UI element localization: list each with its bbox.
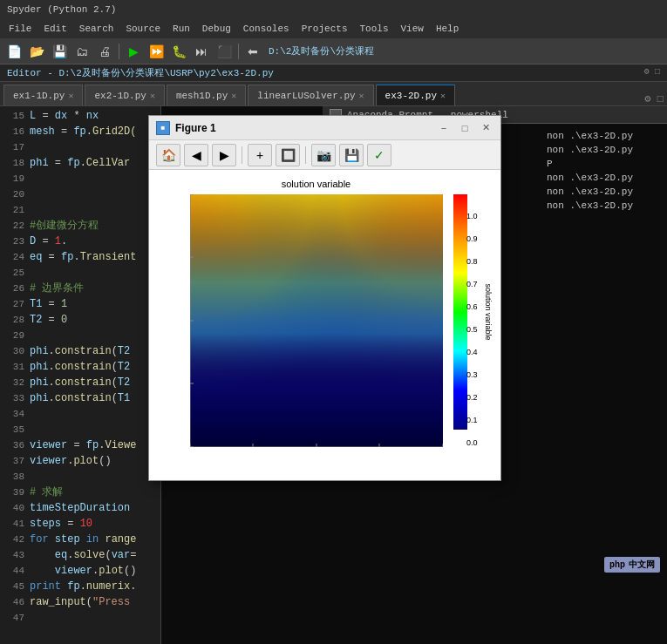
editor-line-21: 21 <box>0 202 160 218</box>
fig-home-btn[interactable]: 🏠 <box>156 144 180 166</box>
editor-line-45: 45 print fp.numerix. <box>0 579 160 594</box>
menu-run[interactable]: Run <box>167 22 195 36</box>
tab-ex2[interactable]: ex2-1D.py ✕ <box>85 85 164 105</box>
tab-bar: ex1-1D.py ✕ ex2-1D.py ✕ mesh1D.py ✕ line… <box>0 82 667 106</box>
figure-title-icon: ■ <box>156 121 170 135</box>
save-all-btn[interactable]: 🗂 <box>71 41 92 62</box>
editor-pane[interactable]: 15 L = dx * nx 16 mesh = fp.Grid2D( 17 1… <box>0 106 161 644</box>
editor-line-23: 23 D = 1. <box>0 234 160 249</box>
editor-line-36: 36 viewer = fp.Viewe <box>0 437 160 453</box>
fig-screenshot-btn[interactable]: 📷 <box>311 144 336 166</box>
save-btn[interactable]: 💾 <box>49 41 70 62</box>
cb-label-0.3: 0.3 <box>466 370 478 379</box>
php-suffix: 中文网 <box>629 559 655 571</box>
tab-mesh1d-label: mesh1D.py <box>176 91 228 101</box>
plot-canvas: solution variable <box>164 177 487 473</box>
cb-label-0.8: 0.8 <box>466 257 478 266</box>
panel-controls: ⚙ □ <box>644 66 660 77</box>
cb-label-0.9: 0.9 <box>466 234 478 243</box>
tab-settings-icon[interactable]: ⚙ □ <box>644 92 664 105</box>
tab-ex3-label: ex3-2D.py <box>385 91 437 101</box>
editor-line-26: 26 # 边界条件 <box>0 281 160 296</box>
editor-line-19: 19 <box>0 171 160 186</box>
php-badge: php 中文网 <box>604 557 660 573</box>
figure-maximize-btn[interactable]: □ <box>457 120 473 136</box>
editor-line-32: 32 phi.constrain(T2 <box>0 375 160 390</box>
editor-line-43: 43 eq.solve(var= <box>0 547 160 563</box>
step-btn[interactable]: ⏭ <box>191 41 212 62</box>
plot-title: solution variable <box>190 179 443 189</box>
heatmap-svg: 0 5 10 15 20 0 5 10 15 20 <box>190 194 443 447</box>
colorbar-labels: 1.0 0.9 0.8 0.7 0.6 0.5 0.4 0.3 0.2 0.1 … <box>466 212 478 447</box>
rpath-7: P <box>547 157 660 171</box>
colorbar-title: solution variable <box>484 283 493 340</box>
editor-line-29: 29 <box>0 328 160 343</box>
editor-line-40: 40 timeStepDuration <box>0 500 160 516</box>
plot-area: solution variable <box>149 170 500 480</box>
debug-btn[interactable]: 🐛 <box>168 41 189 62</box>
figure-close-btn[interactable]: ✕ <box>478 120 493 136</box>
print-btn[interactable]: 🖨 <box>94 41 115 62</box>
rpath-5: non .\ex3-2D.py <box>547 143 660 157</box>
tab-linear-close[interactable]: ✕ <box>359 91 364 101</box>
tab-ex3-close[interactable]: ✕ <box>440 91 446 101</box>
fig-sep-1 <box>242 146 242 164</box>
colorbar <box>453 194 467 430</box>
rpath-8: non .\ex3-2D.py <box>547 171 660 185</box>
php-label: php <box>609 560 625 570</box>
menu-tools[interactable]: Tools <box>354 22 393 36</box>
fig-check-btn[interactable]: ✓ <box>367 144 391 166</box>
tab-ex2-close[interactable]: ✕ <box>150 91 155 101</box>
menu-bar: File Edit Search Source Run Debug Consol… <box>0 19 667 38</box>
run-btn[interactable]: ▶ <box>123 41 144 62</box>
tab-linear-label: linearLUSolver.py <box>257 91 355 101</box>
figure-title-text: Figure 1 <box>175 122 431 134</box>
fig-forward-btn[interactable]: ▶ <box>212 144 236 166</box>
menu-view[interactable]: View <box>396 22 429 36</box>
path-display: D:\2及时备份\分类课程 <box>265 44 378 58</box>
menu-search[interactable]: Search <box>74 22 119 36</box>
editor-line-18: 18 phi = fp.CellVar <box>0 155 160 171</box>
main-area: 15 L = dx * nx 16 mesh = fp.Grid2D( 17 1… <box>0 106 667 644</box>
figure-minimize-btn[interactable]: − <box>436 120 452 136</box>
back-btn[interactable]: ⬅ <box>242 41 263 62</box>
stop-btn[interactable]: ⬛ <box>214 41 235 62</box>
menu-file[interactable]: File <box>3 22 37 36</box>
editor-line-34: 34 <box>0 406 160 422</box>
fig-zoom-btn[interactable]: 🔲 <box>276 144 300 166</box>
cb-label-0.2: 0.2 <box>466 393 478 402</box>
tab-mesh1d-close[interactable]: ✕ <box>231 91 236 101</box>
figure-window: ■ Figure 1 − □ ✕ 🏠 ◀ ▶ + 🔲 📷 💾 ✓ solutio… <box>148 115 501 481</box>
editor-line-22: 22 #创建微分方程 <box>0 218 160 234</box>
menu-consoles[interactable]: Consoles <box>238 22 295 36</box>
editor-line-15: 15 L = dx * nx <box>0 108 160 124</box>
editor-line-37: 37 viewer.plot() <box>0 453 160 469</box>
tab-ex3[interactable]: ex3-2D.py ✕ <box>376 85 455 105</box>
menu-help[interactable]: Help <box>431 22 464 36</box>
editor-line-41: 41 steps = 10 <box>0 516 160 532</box>
fig-plus-btn[interactable]: + <box>248 144 272 166</box>
tab-ex1[interactable]: ex1-1D.py ✕ <box>3 85 83 105</box>
new-file-btn[interactable]: 📄 <box>3 41 24 62</box>
figure-title-bar: ■ Figure 1 − □ ✕ <box>149 116 500 140</box>
fig-back-btn[interactable]: ◀ <box>184 144 208 166</box>
figure-toolbar: 🏠 ◀ ▶ + 🔲 📷 💾 ✓ <box>149 140 500 170</box>
editor-line-44: 44 viewer.plot() <box>0 563 160 579</box>
open-btn[interactable]: 📂 <box>26 41 47 62</box>
cb-label-0.4: 0.4 <box>466 348 478 356</box>
menu-edit[interactable]: Edit <box>38 22 71 36</box>
menu-projects[interactable]: Projects <box>296 22 353 36</box>
cb-label-0.1: 0.1 <box>466 416 478 424</box>
menu-debug[interactable]: Debug <box>197 22 236 36</box>
menu-source[interactable]: Source <box>120 22 166 36</box>
rpath-14: non .\ex3-2D.py <box>547 199 660 213</box>
run-file-btn[interactable]: ⏩ <box>146 41 167 62</box>
tab-ex2-label: ex2-1D.py <box>94 91 146 101</box>
fig-save-btn[interactable]: 💾 <box>339 144 364 166</box>
tab-ex1-close[interactable]: ✕ <box>68 91 73 101</box>
editor-line-35: 35 <box>0 422 160 437</box>
right-path-pane: non .\ex3-2D.py non .\ex3-2D.py P non .\… <box>547 129 660 394</box>
tab-linear[interactable]: linearLUSolver.py ✕ <box>248 85 373 105</box>
tab-mesh1d[interactable]: mesh1D.py ✕ <box>167 85 246 105</box>
fig-sep-2 <box>305 146 306 164</box>
